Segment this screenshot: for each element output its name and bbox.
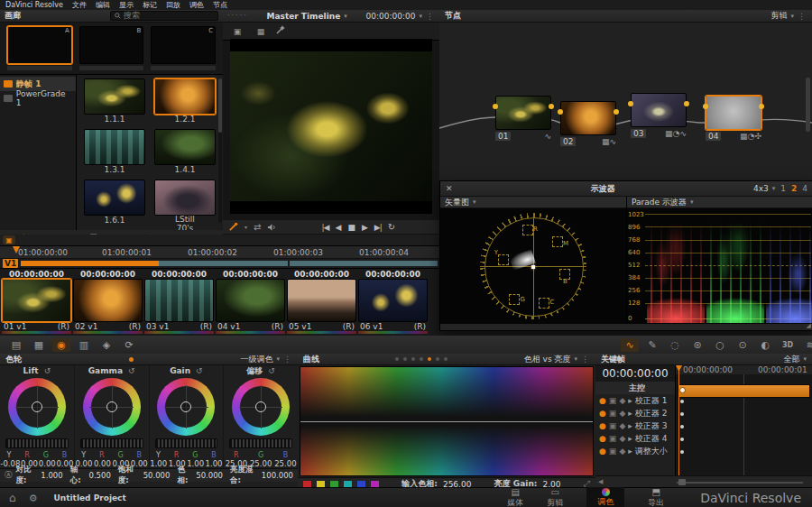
param-value[interactable]: 0.500 bbox=[89, 471, 111, 480]
menu-mark[interactable]: 标记 bbox=[143, 0, 157, 10]
menu-color[interactable]: 调色 bbox=[189, 0, 204, 10]
timeline-clip[interactable]: 00:00:00:00 03 v1(R) bbox=[144, 270, 214, 334]
color-match-icon[interactable]: ▦ bbox=[30, 338, 48, 352]
circle-window-icon[interactable]: ○ bbox=[711, 338, 729, 352]
audio-mute-icon[interactable] bbox=[267, 223, 277, 232]
keyframes-scope-dropdown[interactable]: 全部▾ bbox=[783, 354, 807, 365]
node-input-dot[interactable] bbox=[558, 109, 563, 115]
offset-master-wheel[interactable] bbox=[229, 438, 292, 448]
track-corrector-1[interactable]: ●▣◆▸校正器 1 bbox=[595, 394, 675, 407]
viewer-timeline-dropdown[interactable]: Master Timeline▾ bbox=[267, 12, 347, 21]
keyframe-dot[interactable] bbox=[680, 425, 684, 429]
color-picker-eyedropper-icon[interactable] bbox=[228, 222, 238, 232]
page-color[interactable]: 调色 bbox=[586, 487, 624, 507]
swatch-green[interactable] bbox=[330, 481, 338, 487]
vectorscope-type-dropdown[interactable]: 矢量图▾ bbox=[445, 197, 476, 208]
curves-icon[interactable]: ∿ bbox=[621, 338, 639, 352]
menu-nodes[interactable]: 节点 bbox=[213, 0, 227, 10]
skip-start-button[interactable]: |◀ bbox=[322, 223, 329, 232]
scopes-layout-2[interactable]: 2 bbox=[791, 184, 797, 193]
power-window-icon[interactable]: ◌ bbox=[666, 338, 684, 352]
offset-color-wheel[interactable] bbox=[232, 378, 290, 436]
node-01[interactable]: 01 ∿ bbox=[495, 96, 551, 141]
color-wheels-icon[interactable]: ◉ bbox=[52, 338, 70, 352]
swatch-magenta[interactable] bbox=[371, 481, 379, 487]
page-deliver[interactable]: ⬒ 导出 bbox=[648, 487, 664, 507]
picker-caret[interactable]: ▾ bbox=[245, 224, 247, 230]
keyframe-dot[interactable] bbox=[680, 400, 684, 403]
scopes-aspect-dropdown[interactable]: 4x3▾ bbox=[753, 184, 775, 193]
node-input-dot[interactable] bbox=[493, 104, 498, 109]
menu-playback[interactable]: 回放 bbox=[166, 0, 180, 10]
still-item[interactable]: 1.1.1 bbox=[84, 78, 145, 124]
timeline-thumb-view-icon[interactable]: ▣ bbox=[3, 235, 15, 244]
hue-curve-graph[interactable] bbox=[300, 366, 594, 476]
node-input-dot[interactable] bbox=[628, 101, 633, 106]
clip-view-icon[interactable]: ▣ bbox=[228, 24, 246, 38]
track-corrector-3[interactable]: ●▣◆▸校正器 3 bbox=[595, 419, 675, 432]
auto-grade-icon[interactable]: Ⓐ bbox=[5, 470, 13, 481]
timeline-clip[interactable]: 00:00:00:00 05 v1(R) bbox=[287, 270, 356, 334]
node-03[interactable]: 03 ▦◔∿ bbox=[631, 93, 687, 138]
still-item[interactable]: 1.3.1 bbox=[84, 129, 145, 174]
viewer-timecode[interactable]: 00:00:00:00▾⋮ bbox=[366, 12, 435, 21]
gain-color-wheel[interactable] bbox=[157, 378, 215, 436]
node-mode-dropdown[interactable]: 剪辑▾⋮ bbox=[770, 10, 807, 22]
reset-icon[interactable]: ↺ bbox=[268, 366, 275, 375]
still-item[interactable]: 1.6.1 bbox=[84, 180, 145, 230]
wheels-page-dot[interactable] bbox=[129, 357, 134, 362]
still-item[interactable]: 1.4.1 bbox=[154, 129, 216, 174]
rgb-mixer-icon[interactable]: ▥ bbox=[75, 338, 93, 352]
tracker-icon[interactable]: ◐ bbox=[756, 338, 774, 352]
home-icon[interactable]: ⌂ bbox=[9, 492, 16, 504]
project-title[interactable]: Untitled Project bbox=[54, 493, 126, 502]
scopes-close-button[interactable]: ✕ bbox=[446, 184, 453, 193]
parade-type-dropdown[interactable]: Parade 示波器▾ bbox=[632, 197, 693, 208]
gain-master-wheel[interactable] bbox=[155, 438, 218, 448]
keyframe-dot[interactable] bbox=[680, 438, 684, 441]
channel-value[interactable]: 1.00 bbox=[150, 459, 167, 468]
track-master[interactable]: 主控 bbox=[595, 382, 675, 394]
curve-line[interactable] bbox=[300, 421, 593, 422]
kf-playhead-line[interactable] bbox=[678, 365, 679, 475]
wheels-mode-dropdown[interactable]: 一级调色▾⋮ bbox=[240, 354, 292, 365]
node-output-dot[interactable] bbox=[759, 104, 764, 109]
motion-effects-icon[interactable]: ◈ bbox=[97, 338, 115, 352]
scopes-window[interactable]: ✕ 示波器 4x3▾ 1 2 4 矢量图▾ R M B C G Y bbox=[439, 180, 812, 331]
keyframe-dot[interactable] bbox=[679, 387, 686, 393]
window-gear-icon[interactable]: ⊛ bbox=[688, 338, 706, 352]
stereo-3d-icon[interactable]: 3D bbox=[779, 338, 797, 352]
master-keyframe-bar[interactable] bbox=[678, 384, 810, 398]
track-v1-badge[interactable]: V1 bbox=[3, 259, 18, 268]
channel-value[interactable]: 25.00 bbox=[274, 459, 296, 468]
still-item[interactable]: LStill70's bbox=[154, 180, 216, 230]
blur-icon[interactable]: ≋ bbox=[801, 338, 812, 352]
reset-icon[interactable]: ↺ bbox=[128, 366, 135, 375]
timeline-clip[interactable]: 00:00:00:00 01 v1(R) bbox=[2, 270, 71, 334]
timeline-clip[interactable]: 00:00:00:00 02 v1(R) bbox=[73, 270, 143, 334]
param-value[interactable]: 1.000 bbox=[41, 471, 62, 480]
timeline-clip[interactable]: 00:00:00:00 04 v1(R) bbox=[216, 270, 285, 334]
camera-raw-icon[interactable]: ▤ bbox=[7, 338, 25, 352]
param-value[interactable]: 50.000 bbox=[196, 471, 223, 480]
gamma-master-wheel[interactable] bbox=[80, 438, 143, 448]
curves-mode-dropdown[interactable]: 色相 vs 亮度▾⋮ bbox=[524, 354, 590, 365]
scopes-layout-1[interactable]: 1 bbox=[780, 184, 786, 193]
reset-icon[interactable]: ↺ bbox=[196, 366, 203, 375]
track-corrector-2[interactable]: ●▣◆▸校正器 2 bbox=[595, 407, 675, 419]
scopes-resize-handle[interactable]: ◢ bbox=[807, 322, 811, 329]
swatch-yellow[interactable] bbox=[317, 481, 325, 487]
refresh-icon[interactable]: ⟳ bbox=[120, 338, 138, 352]
play-button[interactable]: ▶ bbox=[362, 223, 368, 232]
page-media[interactable]: ▤ 媒体 bbox=[507, 487, 523, 507]
swatch-blue[interactable] bbox=[357, 481, 365, 487]
lift-master-wheel[interactable] bbox=[5, 438, 69, 448]
menu-edit[interactable]: 编辑 bbox=[96, 0, 110, 10]
track-v1-minibar[interactable] bbox=[21, 261, 438, 266]
track-sizing[interactable]: ●▣◆▸调整大小 bbox=[595, 445, 675, 457]
curves-page-dots[interactable] bbox=[395, 357, 448, 361]
enhanced-viewer-wand-icon[interactable] bbox=[275, 24, 286, 35]
node-input-dot[interactable] bbox=[703, 104, 708, 109]
settings-gear-icon[interactable]: ⚙ bbox=[29, 493, 38, 504]
timeline-clip[interactable]: 00:00:00:00 06 v1(R) bbox=[358, 270, 428, 334]
